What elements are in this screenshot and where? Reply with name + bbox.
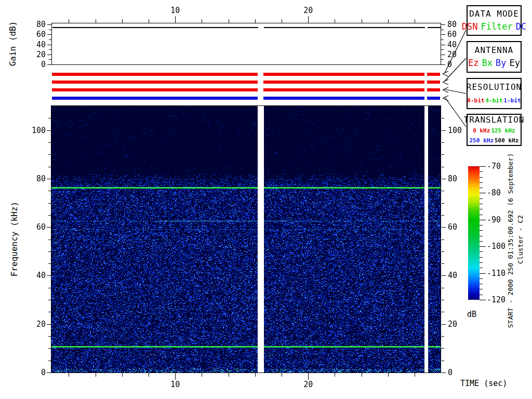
- legend-item: Filter: [481, 21, 512, 32]
- legend-box-data-mode: DATA MODEDSNFilterDC: [467, 5, 522, 36]
- legend-box-title: RESOLUTION: [467, 83, 522, 91]
- legend-box-title: ANTENNA: [475, 46, 513, 55]
- legend-item: 4-bit: [485, 97, 502, 104]
- legend-box-title: TRANSLATION: [464, 115, 525, 124]
- legend-box-antenna: ANTENNAEzBxByEy: [467, 41, 522, 73]
- legend-item: Ez: [468, 58, 478, 68]
- legend-box-line: 0 kHz125 kHz: [472, 125, 515, 135]
- legend-box-translation: TRANSLATION0 kHz125 kHz250 kHz500 kHz: [467, 114, 522, 146]
- legend-box-title: DATA MODE: [469, 9, 519, 18]
- legend-item: 0 kHz: [473, 127, 490, 134]
- legend-boxes-layer: DATA MODEDSNFilterDCANTENNAEzBxByEyRESOL…: [0, 0, 532, 399]
- legend-box-line: EzBxByEy: [467, 58, 522, 68]
- legend-box-line: DSNFilterDC: [460, 21, 528, 32]
- legend-item: 500 kHz: [495, 137, 518, 144]
- legend-item: By: [496, 58, 506, 68]
- legend-item: 1-bit: [504, 97, 521, 104]
- legend-item: DSN: [462, 21, 478, 32]
- legend-item: 125 kHz: [491, 127, 515, 134]
- legend-box-line: 8-bit4-bit1-bit: [467, 95, 521, 104]
- legend-item: 250 kHz: [470, 137, 494, 144]
- legend-box-resolution: RESOLUTION8-bit4-bit1-bit: [467, 78, 522, 109]
- legend-item: DC: [516, 21, 526, 32]
- legend-item: Bx: [482, 58, 493, 68]
- legend-item: Ey: [509, 58, 520, 68]
- legend-item: 8-bit: [467, 97, 484, 104]
- legend-box-line: 250 kHz500 kHz: [469, 135, 520, 144]
- wbd-spectrogram-page: Gain (dB) Frequency (kHz) TIME (sec) dB …: [0, 0, 532, 399]
